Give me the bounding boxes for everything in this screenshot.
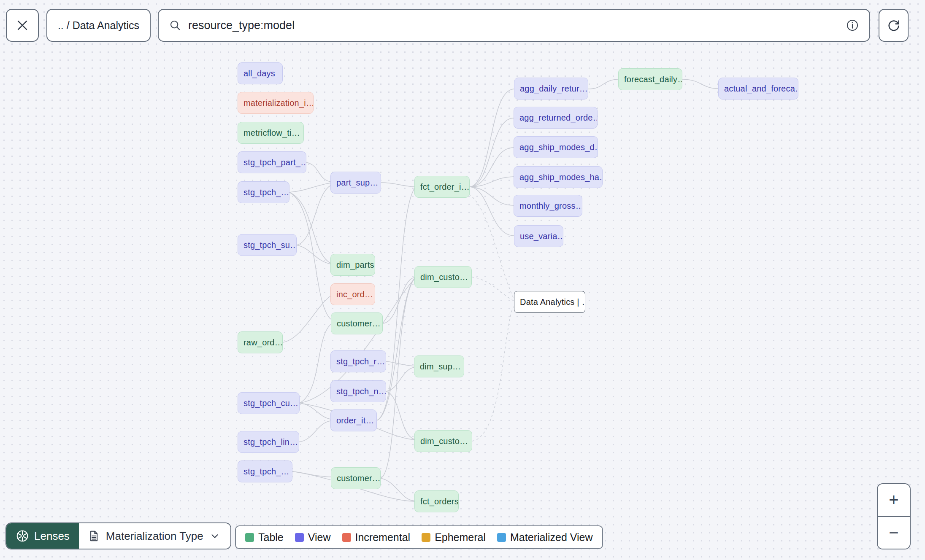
lens-control: Lenses Materialization Type [5,522,231,549]
legend-item-incremental: Incremental [342,531,411,544]
legend-swatch [342,533,351,542]
lineage-edge [386,367,414,391]
lineage-edge-dashed [469,194,514,298]
lineage-edge [381,478,414,501]
aperture-icon [16,529,29,543]
graph-node-stg_tpch_[interactable]: stg_tpch_… [238,181,289,203]
lineage-edge [470,148,514,187]
breadcrumb[interactable]: .. / Data Analytics [46,9,151,42]
graph-node-actual_and_foreca[interactable]: actual_and_foreca… [718,78,798,100]
legend-item-ephemeral: Ephemeral [422,531,486,544]
legend-label: View [308,531,331,544]
graph-node-use_varia[interactable]: use_varia… [514,225,563,247]
chevron-down-icon [209,530,220,541]
graph-node-fct_order_i[interactable]: fct_order_i… [414,176,470,198]
lineage-edge [289,183,330,192]
minus-icon: − [889,523,898,542]
zoom-out-button[interactable]: − [878,517,910,549]
lineage-explorer: all_daysmaterialization_i…metricflow_ti…… [0,0,925,560]
close-icon [15,18,30,32]
graph-node-fct_orders[interactable]: fct_orders [414,490,459,512]
lineage-edge [682,79,718,89]
graph-node-customer[interactable]: customer… [331,467,381,489]
graph-node-stg_tpch_[interactable]: stg_tpch_… [238,460,292,482]
graph-node-agg_returned_orde[interactable]: agg_returned_orde… [514,107,598,129]
lineage-edge [386,391,414,439]
legend-swatch [497,533,506,542]
graph-node-dataanalytics[interactable]: Data Analytics | … [514,291,585,313]
graph-node-inc_ord[interactable]: inc_ord… [330,283,375,305]
lineage-edge [299,421,330,442]
legend-item-table: Table [245,531,284,544]
legend-item-view: View [295,531,331,544]
graph-node-stg_tpch_r[interactable]: stg_tpch_r… [330,350,386,372]
lineage-edge-dashed [472,307,514,441]
graph-node-materialization_i[interactable]: materialization_i… [238,92,314,114]
legend-swatch [245,533,254,542]
lineage-edge [300,324,331,403]
graph-node-part_sup[interactable]: part_sup… [330,172,381,194]
breadcrumb-label: .. / Data Analytics [58,19,139,32]
search-bar [158,9,870,42]
lineage-edge [300,403,330,419]
search-icon [169,19,181,32]
graph-node-stg_tpch_lin[interactable]: stg_tpch_lin… [238,431,299,453]
graph-node-agg_ship_modes_d[interactable]: agg_ship_modes_d… [514,136,598,158]
graph-node-forecast_daily[interactable]: forecast_daily… [618,68,682,90]
graph-node-dim_sup[interactable]: dim_sup… [414,355,464,377]
legend-swatch [295,533,304,542]
graph-node-all_days[interactable]: all_days [238,62,283,84]
graph-node-stg_tpch_su[interactable]: stg_tpch_su… [238,234,297,256]
lineage-edge [588,79,618,89]
legend-item-materialized-view: Materialized View [497,531,592,544]
graph-node-stg_tpch_part_[interactable]: stg_tpch_part_… [238,151,306,173]
lineage-edge [470,187,514,236]
refresh-icon [887,18,901,32]
legend-swatch [422,533,430,542]
lineage-edge [386,361,414,366]
legend: TableViewIncrementalEphemeralMaterialize… [235,525,603,549]
lineage-edge [470,118,514,187]
lens-selector-label: Materialization Type [106,530,203,543]
info-icon[interactable] [846,19,859,32]
plus-icon: + [889,490,898,509]
graph-node-metricflow_ti[interactable]: metricflow_ti… [238,122,304,144]
lineage-edge [381,183,414,187]
lineage-edge [283,296,330,342]
graph-node-stg_tpch_n[interactable]: stg_tpch_n… [330,380,386,402]
graph-node-dim_custo[interactable]: dim_custo… [414,266,472,288]
lineage-edge [306,162,330,182]
legend-label: Materialized View [510,531,592,544]
lineage-edge [470,89,514,187]
graph-node-customer[interactable]: customer… [331,312,383,334]
graph-node-raw_ord[interactable]: raw_ord… [238,331,283,353]
graph-node-stg_tpch_cu[interactable]: stg_tpch_cu… [238,392,300,414]
graph-node-agg_daily_retur[interactable]: agg_daily_retur… [514,78,588,100]
zoom-in-button[interactable]: + [878,484,910,517]
graph-node-dim_parts[interactable]: dim_parts [330,254,375,276]
lineage-edge-dashed [472,277,514,301]
lenses-button[interactable]: Lenses [6,523,79,549]
legend-label: Table [258,531,284,544]
close-button[interactable] [6,9,39,42]
refresh-button[interactable] [879,9,909,42]
lineage-edge [297,186,330,245]
lineage-edge [289,192,331,319]
graph-node-order_it[interactable]: order_it… [330,409,377,431]
legend-label: Incremental [355,531,411,544]
search-input[interactable] [188,19,839,32]
legend-label: Ephemeral [435,531,486,544]
zoom-controls: + − [877,483,911,549]
graph-node-dim_custo[interactable]: dim_custo… [414,430,472,452]
graph-node-agg_ship_modes_ha[interactable]: agg_ship_modes_ha… [514,166,603,188]
graph-node-monthly_gross[interactable]: monthly_gross… [514,195,582,217]
document-icon [87,530,100,542]
lenses-label: Lenses [34,530,70,543]
lens-selector[interactable]: Materialization Type [79,523,230,549]
